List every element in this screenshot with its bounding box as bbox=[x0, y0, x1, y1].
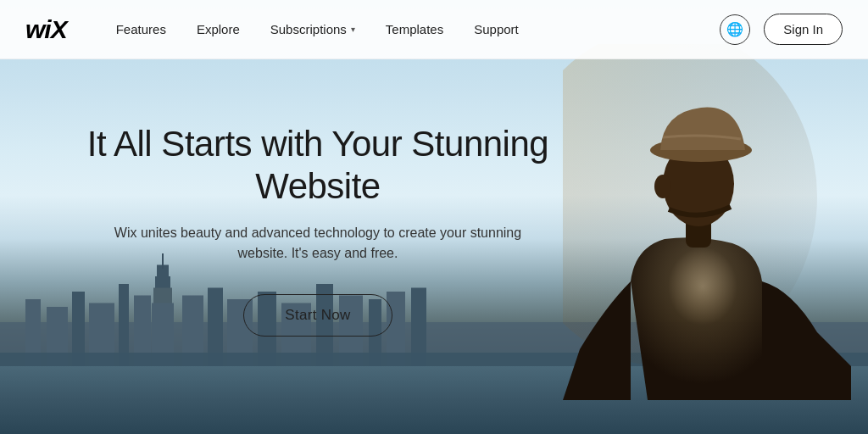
nav-item-templates[interactable]: Templates bbox=[370, 0, 459, 59]
subscriptions-label: Subscriptions bbox=[270, 22, 347, 36]
hero-title: It All Starts with Your Stunning Website bbox=[34, 123, 602, 209]
hero-section: It All Starts with Your Stunning Website… bbox=[0, 59, 636, 434]
hero-subtitle: Wix unites beauty and advanced technolog… bbox=[89, 223, 547, 264]
chevron-down-icon: ▾ bbox=[351, 25, 355, 34]
main-nav: Features Explore Subscriptions ▾ Templat… bbox=[101, 0, 721, 59]
nav-item-support[interactable]: Support bbox=[459, 0, 534, 59]
nav-item-explore[interactable]: Explore bbox=[181, 0, 255, 59]
svg-point-27 bbox=[654, 175, 671, 198]
logo-text: wiX bbox=[25, 17, 67, 43]
nav-item-features[interactable]: Features bbox=[101, 0, 181, 59]
nav-item-subscriptions[interactable]: Subscriptions ▾ bbox=[255, 0, 370, 59]
logo[interactable]: wiX bbox=[25, 15, 67, 44]
start-now-button[interactable]: Start Now bbox=[243, 294, 392, 337]
globe-icon: 🌐 bbox=[726, 21, 743, 37]
language-selector-button[interactable]: 🌐 bbox=[720, 14, 750, 45]
signin-button[interactable]: Sign In bbox=[764, 14, 843, 45]
nav-right: 🌐 Sign In bbox=[720, 14, 843, 45]
navbar: wiX Features Explore Subscriptions ▾ Tem… bbox=[0, 0, 868, 59]
